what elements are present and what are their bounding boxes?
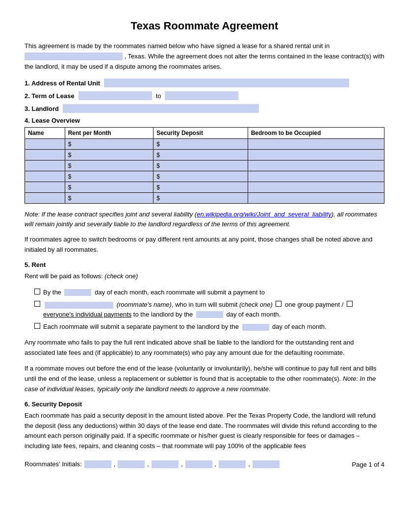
deposit-cell-1[interactable]: $: [153, 139, 248, 150]
rent-options: By the day of each month, each roommate …: [34, 288, 384, 332]
lease-table: Name Rent per Month Security Deposit Bed…: [25, 127, 384, 204]
table-row: $ $: [25, 150, 384, 160]
name-cell-6[interactable]: [25, 193, 65, 204]
rent-intro-text: Rent will be paid as follows: (check one…: [25, 271, 384, 282]
bedroom-cell-2[interactable]: [248, 150, 384, 160]
deposit-cell-3[interactable]: $: [153, 160, 248, 171]
address-label: 1. Address of Rental Unit: [25, 80, 100, 87]
rent-option-1: By the day of each month, each roommate …: [34, 288, 384, 297]
landlord-label: 3. Landlord: [25, 105, 59, 112]
joint-liability-note: Note: If the lease contract specifies jo…: [25, 210, 384, 229]
checkbox-3[interactable]: [34, 323, 40, 329]
checkbox-1[interactable]: [34, 289, 40, 294]
rent-cell-5[interactable]: $: [65, 182, 153, 193]
bedroom-cell-6[interactable]: [248, 193, 384, 204]
term-section: 2. Term of Lease to: [25, 91, 384, 100]
deposit-cell-6[interactable]: $: [153, 193, 248, 204]
switch-bedrooms-para: If roommates agree to switch bedrooms or…: [25, 235, 384, 255]
deposit-cell-5[interactable]: $: [153, 182, 248, 193]
name-cell-1[interactable]: [25, 139, 65, 150]
roommates-name-label: (roommate's name): [117, 301, 172, 308]
landlord-section: 3. Landlord: [25, 104, 384, 113]
initial-field-1[interactable]: [84, 460, 111, 468]
checkbox-group[interactable]: [276, 301, 281, 307]
security-deposit-para: Each roommate has paid a security deposi…: [25, 411, 384, 452]
bedroom-cell-5[interactable]: [248, 182, 384, 193]
name-cell-3[interactable]: [25, 160, 65, 171]
rent-para2-main: If a roommate moves out before the end o…: [25, 365, 377, 382]
table-row: $ $: [25, 193, 384, 204]
check-one-label-2: (check one): [239, 301, 273, 308]
name-cell-2[interactable]: [25, 150, 65, 160]
bedroom-cell-4[interactable]: [248, 171, 384, 182]
rent-option-3: Each roommate will submit a separate pay…: [34, 322, 384, 332]
rent-option-1-text: By the day of each month, each roommate …: [43, 288, 265, 297]
address-field[interactable]: [104, 79, 349, 87]
rent-section-label: 5. Rent: [25, 261, 384, 268]
joint-liability-link[interactable]: en.wikipedia.org/wiki/Joint_and_several_…: [197, 211, 332, 218]
roommate-name-field[interactable]: [45, 302, 113, 309]
page-title: Texas Roommate Agreement: [25, 20, 384, 32]
note-text-start: Note: If the lease contract specifies jo…: [25, 211, 197, 218]
landlord-field[interactable]: [63, 104, 259, 113]
rent-cell-4[interactable]: $: [65, 171, 153, 182]
term-start-field[interactable]: [78, 91, 152, 100]
rent-cell-6[interactable]: $: [65, 193, 153, 204]
check-one-label: (check one): [104, 272, 138, 280]
rent-intro-label: Rent will be paid as follows:: [25, 272, 104, 280]
table-row: $ $: [25, 182, 384, 193]
term-label: 2. Term of Lease: [25, 92, 75, 100]
col-bedroom: Bedroom to be Occupied: [248, 128, 384, 139]
table-row: $ $: [25, 171, 384, 182]
intro-part1: This agreement is made by the roommates …: [25, 42, 330, 50]
table-row: $ $: [25, 160, 384, 171]
checkbox-2[interactable]: [34, 301, 40, 307]
col-deposit: Security Deposit: [153, 128, 248, 139]
col-name: Name: [25, 128, 65, 139]
comma-3: ,: [181, 460, 183, 468]
rent-para2: If a roommate moves out before the end o…: [25, 364, 384, 394]
bedroom-cell-1[interactable]: [248, 139, 384, 150]
rent-section: 5. Rent Rent will be paid as follows: (c…: [25, 261, 384, 332]
initials-label: Roommates' Initials:: [25, 460, 82, 468]
bedroom-cell-3[interactable]: [248, 160, 384, 171]
comma-4: ,: [215, 460, 217, 468]
rent-option-3-text: Each roommate will submit a separate pay…: [43, 322, 327, 332]
initial-field-3[interactable]: [152, 460, 179, 468]
table-row: $ $: [25, 139, 384, 150]
rent-option-2: (roommate's name), who in turn will subm…: [34, 300, 384, 319]
rent-cell-3[interactable]: $: [65, 160, 153, 171]
day-field-1[interactable]: [64, 289, 91, 296]
individual-payments-text: everyone's individual payments: [43, 311, 131, 318]
checkbox-individual[interactable]: [347, 301, 353, 307]
rent-option-2-text: (roommate's name), who in turn will subm…: [43, 300, 384, 319]
deposit-cell-2[interactable]: $: [153, 150, 248, 160]
lease-overview-label: 4. Lease Overview: [25, 117, 384, 124]
initial-field-6[interactable]: [253, 460, 280, 468]
deposit-cell-4[interactable]: $: [153, 171, 248, 182]
security-deposit-label: 6. Security Deposit: [25, 400, 384, 408]
name-cell-4[interactable]: [25, 171, 65, 182]
col-rent: Rent per Month: [65, 128, 153, 139]
initial-field-2[interactable]: [118, 460, 145, 468]
name-cell-5[interactable]: [25, 182, 65, 193]
day-field-3[interactable]: [242, 324, 269, 331]
page-footer: Roommates' Initials: , , , , , Page 1 of…: [25, 460, 384, 468]
address-section: 1. Address of Rental Unit: [25, 79, 384, 87]
initial-field-5[interactable]: [219, 460, 246, 468]
rent-cell-2[interactable]: $: [65, 150, 153, 160]
comma-1: ,: [114, 460, 116, 468]
initials-section: Roommates' Initials: , , , , ,: [25, 460, 280, 468]
rent-para1: Any roommate who fails to pay the full r…: [25, 338, 384, 358]
rent-cell-1[interactable]: $: [65, 139, 153, 150]
initial-field-4[interactable]: [185, 460, 212, 468]
comma-5: ,: [248, 460, 250, 468]
intro-paragraph: This agreement is made by the roommates …: [25, 41, 384, 72]
security-deposit-section: 6. Security Deposit Each roommate has pa…: [25, 400, 384, 452]
lease-overview-section: 4. Lease Overview Name Rent per Month Se…: [25, 117, 384, 204]
comma-2: ,: [147, 460, 149, 468]
term-end-field[interactable]: [165, 91, 238, 100]
page-number: Page 1 of 4: [352, 461, 385, 468]
day-field-2[interactable]: [196, 311, 223, 318]
city-field[interactable]: [25, 53, 123, 60]
